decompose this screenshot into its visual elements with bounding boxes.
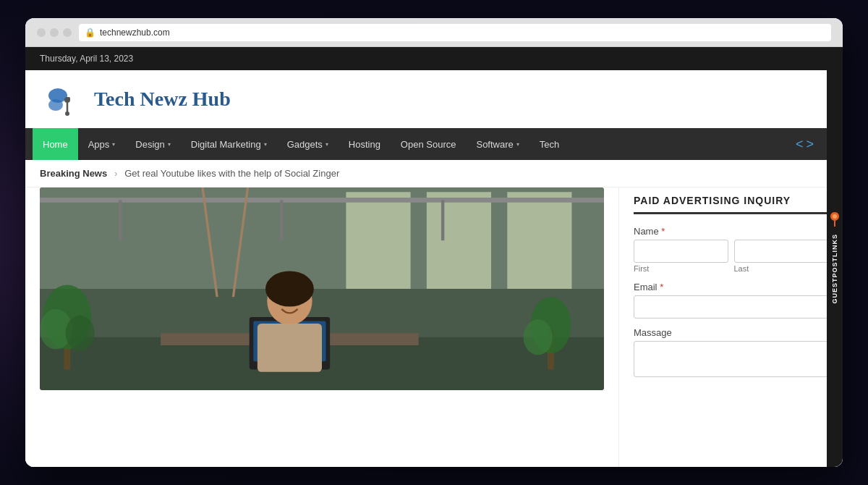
last-name-sublabel: Last bbox=[734, 264, 829, 273]
svg-point-5 bbox=[67, 97, 70, 100]
nav-item-open-source[interactable]: Open Source bbox=[391, 128, 467, 160]
email-label: Email * bbox=[634, 282, 828, 292]
chevron-down-icon-3: ▾ bbox=[264, 141, 267, 148]
nav-item-hosting[interactable]: Hosting bbox=[339, 128, 391, 160]
svg-rect-10 bbox=[427, 192, 491, 289]
nav-label-tech: Tech bbox=[540, 139, 559, 150]
top-bar: Thursday, April 13, 2023 bbox=[25, 47, 843, 70]
massage-input[interactable] bbox=[634, 341, 828, 377]
svg-rect-11 bbox=[507, 192, 571, 289]
form-massage-row: Massage bbox=[634, 327, 828, 380]
sidebar-widget-title: PAID ADVERTISING INQUIRY bbox=[634, 195, 828, 214]
svg-point-4 bbox=[65, 111, 69, 116]
nav-label-software: Software bbox=[476, 139, 513, 150]
breaking-news-label: Breaking News bbox=[40, 168, 107, 179]
nav-label-design: Design bbox=[135, 139, 164, 150]
url-text: technewzhub.com bbox=[100, 28, 170, 38]
chevron-down-icon-5: ▾ bbox=[516, 141, 519, 148]
logo-icon bbox=[47, 80, 87, 119]
form-name-row: Name * First Last bbox=[634, 226, 828, 273]
name-fields-row: First Last bbox=[634, 240, 828, 273]
guestpostlinks-text: GUESTPOSTLINKS bbox=[831, 234, 838, 304]
nav-label-gadgets: Gadgets bbox=[287, 139, 323, 150]
browser-dot-3 bbox=[63, 28, 72, 37]
email-required: * bbox=[660, 282, 663, 292]
site-logo: Tech Newz Hub bbox=[47, 80, 231, 119]
svg-point-22 bbox=[265, 271, 314, 306]
main-content: PAID ADVERTISING INQUIRY Name * First bbox=[25, 187, 843, 467]
first-name-input[interactable] bbox=[634, 240, 728, 263]
nav-label-home: Home bbox=[43, 139, 68, 150]
browser-dots bbox=[37, 28, 72, 37]
name-required: * bbox=[661, 226, 665, 237]
nav-label-hosting: Hosting bbox=[349, 139, 380, 150]
nav-item-tech[interactable]: Tech bbox=[529, 128, 569, 160]
svg-rect-23 bbox=[258, 324, 322, 372]
content-area bbox=[25, 187, 618, 467]
browser-content: Thursday, April 13, 2023 Tech bbox=[25, 47, 843, 467]
nav-item-apps[interactable]: Apps ▾ bbox=[78, 128, 126, 160]
chevron-down-icon-2: ▾ bbox=[168, 141, 171, 148]
chevron-right-icon: › bbox=[114, 169, 117, 179]
side-decoration: GUESTPOSTLINKS bbox=[827, 47, 843, 467]
email-input[interactable] bbox=[634, 295, 828, 319]
nav-item-home[interactable]: Home bbox=[33, 128, 78, 160]
nav-label-digital-marketing: Digital Marketing bbox=[191, 139, 261, 150]
site-header: Tech Newz Hub bbox=[25, 70, 843, 128]
chevron-down-icon-4: ▾ bbox=[326, 141, 328, 148]
massage-label: Massage bbox=[634, 327, 828, 338]
sidebar: PAID ADVERTISING INQUIRY Name * First bbox=[618, 187, 843, 467]
svg-point-27 bbox=[66, 316, 95, 351]
nav-label-open-source: Open Source bbox=[401, 139, 456, 150]
breaking-news-text: Get real Youtube likes with the help of … bbox=[124, 168, 339, 179]
first-name-col: First bbox=[634, 240, 728, 273]
nav-item-design[interactable]: Design ▾ bbox=[125, 128, 180, 160]
nav-item-gadgets[interactable]: Gadgets ▾ bbox=[277, 128, 339, 160]
browser-dot-1 bbox=[37, 28, 46, 37]
browser-chrome: 🔒 technewzhub.com bbox=[25, 18, 843, 47]
browser-dot-2 bbox=[50, 28, 59, 37]
svg-point-30 bbox=[524, 319, 553, 355]
guestpostlinks-icon bbox=[829, 211, 841, 228]
nav-bar: Home Apps ▾ Design ▾ Digital Marketing ▾… bbox=[25, 128, 843, 160]
svg-rect-9 bbox=[346, 192, 410, 289]
name-label: Name * bbox=[634, 226, 828, 237]
nav-label-apps: Apps bbox=[88, 139, 110, 150]
form-email-row: Email * bbox=[634, 282, 828, 319]
first-name-sublabel: First bbox=[634, 264, 728, 273]
last-name-col: Last bbox=[734, 240, 829, 273]
nav-next-icon[interactable]: > bbox=[806, 137, 814, 152]
last-name-input[interactable] bbox=[734, 240, 829, 263]
article-image bbox=[40, 187, 604, 390]
nav-prev-icon[interactable]: < bbox=[796, 137, 804, 152]
nav-item-digital-marketing[interactable]: Digital Marketing ▾ bbox=[181, 128, 277, 160]
chevron-down-icon: ▾ bbox=[112, 141, 115, 148]
nav-item-software[interactable]: Software ▾ bbox=[466, 128, 529, 160]
site-name: Tech Newz Hub bbox=[94, 88, 231, 111]
breaking-news-bar: Breaking News › Get real Youtube likes w… bbox=[25, 160, 843, 187]
address-bar[interactable]: 🔒 technewzhub.com bbox=[79, 24, 831, 41]
lock-icon: 🔒 bbox=[85, 28, 95, 38]
svg-point-1 bbox=[48, 99, 63, 111]
date-display: Thursday, April 13, 2023 bbox=[40, 54, 133, 64]
